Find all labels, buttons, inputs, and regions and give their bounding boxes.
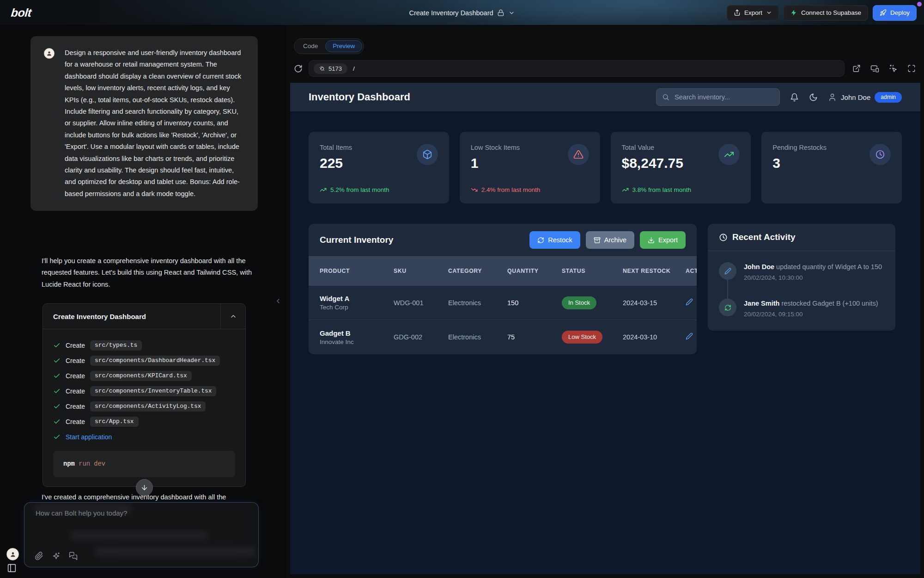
- product-supplier: Innovate Inc: [320, 338, 394, 345]
- product-supplier: Tech Corp: [320, 304, 394, 311]
- supabase-icon: [790, 9, 797, 16]
- project-title-menu[interactable]: Create Inventory Dashboard: [409, 0, 515, 25]
- export-data-button[interactable]: Export: [640, 231, 686, 249]
- kpi-trend-text: 5.2% from last month: [330, 186, 389, 193]
- artifact-step: Create src/components/DashboardHeader.ts…: [53, 353, 235, 368]
- user-icon: [828, 93, 837, 102]
- notifications-bell-icon[interactable]: [790, 93, 799, 102]
- inventory-title: Current Inventory: [320, 235, 393, 245]
- chat-input-box: [24, 502, 259, 567]
- share-icon: [734, 9, 741, 16]
- port-chip[interactable]: 5173: [314, 63, 347, 74]
- file-chip[interactable]: src/App.tsx: [90, 417, 138, 427]
- tab-code[interactable]: Code: [296, 40, 325, 52]
- open-in-new-tab-icon[interactable]: [852, 64, 861, 73]
- check-icon: [53, 372, 61, 380]
- download-icon: [648, 237, 655, 244]
- chat-mode-icon[interactable]: [69, 552, 78, 560]
- cell-quantity[interactable]: 75: [507, 333, 562, 341]
- preview-toolbar-icons: [851, 64, 919, 73]
- export-button[interactable]: Export: [727, 5, 779, 21]
- collapse-chat-handle[interactable]: [274, 297, 282, 305]
- edit-pencil-icon[interactable]: [686, 298, 693, 306]
- rocket-icon: [880, 9, 887, 16]
- activity-action: updated quantity of Widget A to 150: [776, 263, 882, 271]
- user-message: Design a responsive and user-friendly in…: [30, 36, 258, 211]
- artifact-collapse-button[interactable]: [220, 304, 245, 329]
- address-input[interactable]: 5173 /: [309, 60, 845, 77]
- check-icon: [53, 357, 61, 364]
- activity-timestamp: 20/02/2024, 09:15:00: [744, 311, 878, 318]
- terminal-command: npm run dev: [53, 451, 235, 477]
- cell-category: Electronics: [448, 299, 507, 307]
- export-data-label: Export: [658, 236, 678, 244]
- file-chip[interactable]: src/components/KPICard.tsx: [90, 371, 192, 381]
- cell-next-restock: 2024-03-10: [623, 333, 686, 341]
- kpi-trend-text: 2.4% from last month: [481, 186, 541, 193]
- bolt-app: bolt Create Inventory Dashboard Export: [0, 0, 924, 578]
- artifact-card: Create Inventory Dashboard Create src/ty…: [43, 303, 246, 487]
- archive-button[interactable]: Archive: [586, 231, 634, 249]
- deploy-button[interactable]: Deploy: [873, 5, 917, 21]
- user-menu[interactable]: John Doe admin: [828, 92, 902, 103]
- chat-input-toolbar: [35, 552, 78, 560]
- preview-url-bar: 5173 /: [294, 60, 919, 77]
- alert-triangle-icon: [573, 149, 584, 160]
- clock-icon: [719, 233, 728, 242]
- artifact-step: Create src/types.ts: [53, 338, 235, 353]
- status-badge: Low Stock: [562, 331, 602, 344]
- user-name: John Doe: [841, 93, 870, 101]
- port-number: 5173: [328, 65, 342, 72]
- trending-up-icon: [622, 186, 629, 193]
- refresh-icon: [724, 304, 731, 311]
- blurred-suggestion: [70, 531, 208, 540]
- attach-file-icon[interactable]: [35, 552, 43, 560]
- artifact-step: Create src/components/KPICard.tsx: [53, 368, 235, 383]
- account-avatar[interactable]: [6, 548, 19, 560]
- trending-up-icon: [320, 186, 327, 193]
- artifact-step: Create src/App.tsx: [53, 414, 235, 429]
- responsive-devices-icon[interactable]: [870, 64, 879, 73]
- artifact-step: Create src/components/InventoryTable.tsx: [53, 383, 235, 399]
- search-input[interactable]: [674, 93, 774, 101]
- step-verb: Create: [66, 372, 85, 380]
- table-row: Gadget B Innovate Inc GDG-002 Electronic…: [309, 320, 697, 354]
- chat-input[interactable]: [35, 508, 238, 529]
- step-verb: Create: [66, 342, 85, 349]
- check-icon: [53, 342, 61, 349]
- command-bin: npm: [63, 461, 75, 467]
- restock-button[interactable]: Restock: [529, 231, 580, 249]
- start-application-link[interactable]: Start application: [66, 433, 112, 441]
- file-chip[interactable]: src/components/ActivityLog.tsx: [90, 401, 206, 412]
- reload-icon[interactable]: [294, 64, 303, 73]
- edit-pencil-icon[interactable]: [686, 332, 693, 340]
- cell-quantity[interactable]: 150: [507, 299, 562, 307]
- dark-mode-toggle-icon[interactable]: [809, 93, 818, 102]
- package-icon: [422, 149, 432, 160]
- activity-item: Jane Smith restocked Gadget B (+100 unit…: [719, 299, 884, 318]
- file-chip[interactable]: src/components/InventoryTable.tsx: [90, 386, 216, 396]
- kpi-low-stock: Low Stock Items 1 2.4% from last month: [460, 132, 600, 203]
- enhance-prompt-icon[interactable]: [52, 552, 61, 560]
- tab-preview[interactable]: Preview: [325, 40, 362, 52]
- activity-timestamp: 20/02/2024, 10:30:00: [744, 274, 882, 281]
- connect-supabase-button[interactable]: Connect to Supabase: [784, 5, 868, 21]
- supabase-label: Connect to Supabase: [801, 9, 861, 16]
- clock-icon: [875, 149, 885, 160]
- file-chip[interactable]: src/types.ts: [90, 340, 142, 350]
- sidebar-toggle-icon[interactable]: [7, 563, 17, 573]
- assistant-intro-text: I'll help you create a comprehensive inv…: [42, 255, 261, 290]
- artifact-header: Create Inventory Dashboard: [43, 304, 245, 329]
- fullscreen-icon[interactable]: [907, 64, 916, 73]
- product-name: Gadget B: [320, 329, 394, 337]
- bolt-logo[interactable]: bolt: [10, 6, 32, 19]
- role-badge: admin: [875, 92, 902, 103]
- kpi-total-items: Total Items 225 5.2% from last month: [309, 132, 449, 203]
- blurred-suggestion: [94, 547, 256, 557]
- inspect-element-icon[interactable]: [889, 64, 898, 73]
- command-sub: run: [79, 461, 90, 467]
- chat-panel: Design a responsive and user-friendly in…: [0, 25, 287, 578]
- activity-item: John Doe updated quantity of Widget A to…: [719, 262, 884, 281]
- file-chip[interactable]: src/components/DashboardHeader.tsx: [90, 356, 220, 366]
- project-title: Create Inventory Dashboard: [409, 9, 493, 17]
